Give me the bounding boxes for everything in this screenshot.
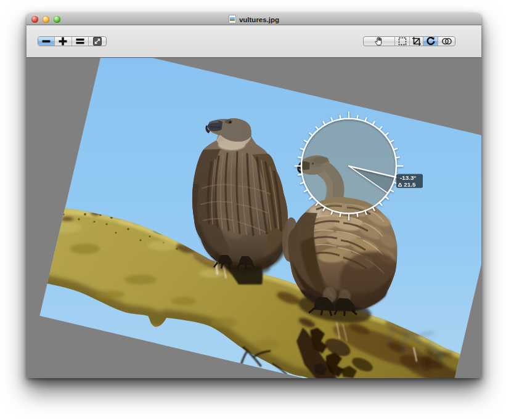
- svg-text:-13.3°: -13.3°: [400, 174, 416, 181]
- svg-text:Δ 21.5: Δ 21.5: [398, 181, 416, 188]
